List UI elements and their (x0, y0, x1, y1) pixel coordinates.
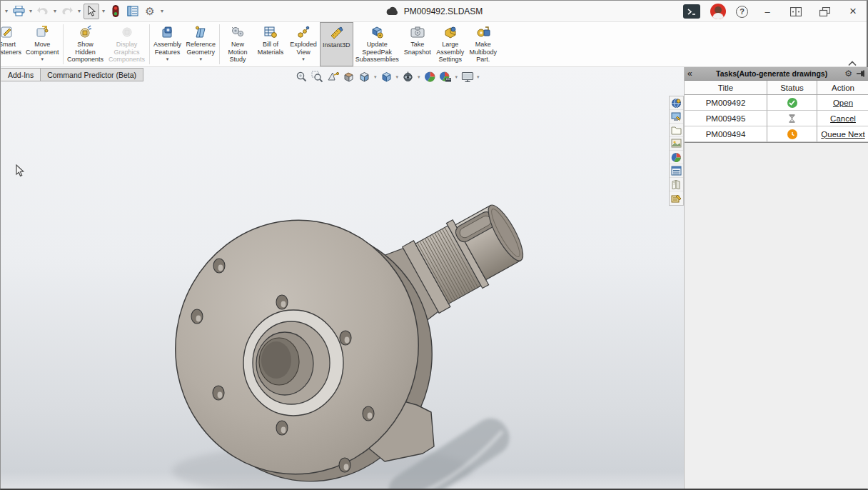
exploded-view-icon (296, 24, 311, 40)
ribbon-button-move-component[interactable]: Move Component ▾ (24, 22, 61, 66)
ribbon-button-smart-fasteners[interactable]: Smart Fasteners (1, 22, 24, 66)
tab-add-ins[interactable]: Add-Ins (1, 68, 41, 81)
redo-caret[interactable]: ▾ (76, 8, 82, 14)
layout-button[interactable] (787, 4, 805, 19)
resources-icon[interactable] (670, 96, 683, 110)
view-palette-icon[interactable] (670, 137, 683, 151)
ribbon-button-large-assembly-settings[interactable]: Large Assembly Settings (434, 22, 467, 66)
task-row-title: PM009495 (685, 111, 767, 126)
minimize-button[interactable]: – (758, 4, 777, 19)
ribbon-button-show-hidden-components[interactable]: Show Hidden Components (65, 22, 106, 66)
custom-properties-icon[interactable] (670, 164, 683, 178)
assembly-features-icon (161, 24, 175, 40)
property-list-icon (127, 6, 138, 16)
restore-button[interactable] (815, 4, 834, 19)
file-explorer-folder-icon[interactable] (670, 124, 683, 137)
status-queued-clock-icon (787, 129, 797, 139)
ribbon-button-label: Instant3D (323, 41, 350, 49)
ribbon-button-new-motion-study[interactable]: New Motion Study (221, 22, 254, 66)
gear-icon: ⚙ (145, 5, 154, 18)
document-library-icon[interactable] (670, 178, 683, 191)
print-button[interactable] (11, 4, 26, 19)
appearances-scenes-icon[interactable] (670, 151, 683, 164)
chevron-down-icon[interactable]: ▾ (166, 56, 169, 62)
ribbon-button-exploded-view[interactable]: Exploded View ▾ (287, 22, 320, 66)
redo-button[interactable] (59, 4, 75, 19)
collapse-panel-button[interactable]: « (687, 69, 699, 79)
select-tool-button[interactable] (84, 4, 99, 19)
ribbon-button-update-speedpak-subassemblies[interactable]: Update SpeedPak Subassemblies (353, 22, 401, 66)
ribbon-separator (219, 24, 220, 64)
task-action-queue-next[interactable]: Queue Next (821, 130, 864, 139)
tasks-panel-header: « Tasks(Auto-generate drawings) ⚙ (685, 67, 868, 81)
show-hidden-components-icon (79, 24, 93, 40)
tasks-table: Title Status Action PM009492 Open PM0094… (685, 81, 868, 143)
large-assembly-settings-icon (443, 24, 458, 40)
select-tool-caret[interactable]: ▾ (101, 8, 106, 14)
tasks-col-status: Status (767, 81, 817, 95)
ribbon-button-label: Assembly Features (153, 41, 181, 56)
graphics-viewport[interactable]: ▾ ▾ ▾ ▾ ▾ (1, 67, 685, 489)
task-row-status (767, 126, 817, 142)
tab-command-predictor[interactable]: Command Predictor (Beta) (41, 68, 143, 81)
tasks-panel: « Tasks(Auto-generate drawings) ⚙ Title … (684, 67, 868, 489)
help-button[interactable]: ? (736, 6, 748, 18)
ribbon-separator (149, 24, 150, 64)
ribbon-button-reference-geometry[interactable]: Reference Geometry ▾ (184, 22, 218, 66)
rebuild-button[interactable] (108, 4, 123, 19)
chevron-down-icon[interactable]: ▾ (200, 56, 203, 62)
chevron-down-icon[interactable]: ▾ (302, 56, 305, 62)
display-graphics-components-icon (120, 24, 134, 40)
tasks-col-action: Action (817, 81, 868, 95)
task-action-cancel[interactable]: Cancel (830, 114, 856, 123)
user-avatar[interactable] (710, 4, 726, 19)
design-library-icon[interactable] (670, 110, 683, 124)
cam-tools-icon[interactable] (670, 191, 683, 205)
terminal-icon[interactable] (683, 4, 700, 19)
ribbon-button-label: Update SpeedPak Subassemblies (355, 41, 399, 64)
title-bar: ▾ ▾ ▾ ▾ (1, 1, 867, 22)
ribbon-collapse-button[interactable] (848, 56, 857, 69)
ribbon-button-bill-of-materials[interactable]: Bill of Materials (254, 22, 287, 66)
smart-fasteners-icon (1, 24, 14, 40)
tasks-col-title: Title (685, 81, 767, 95)
ribbon-button-take-snapshot[interactable]: Take Snapshot (401, 22, 434, 66)
settings-button[interactable]: ⚙ (142, 4, 158, 19)
ribbon-button-label: Move Component (26, 41, 59, 56)
ribbon-button-label: Large Assembly Settings (436, 41, 464, 64)
ribbon-button-label: Bill of Materials (258, 41, 284, 56)
chevron-down-icon[interactable]: ▾ (41, 56, 44, 62)
ribbon-button-display-graphics-components[interactable]: Display Graphics Components (106, 22, 148, 66)
new-motion-study-icon (230, 24, 246, 40)
document-title: PM009492.SLDASM (404, 6, 483, 16)
ribbon-button-label: Exploded View (290, 41, 317, 56)
status-pending-hourglass-icon (789, 114, 795, 123)
ribbon-button-label: Take Snapshot (404, 41, 431, 56)
undo-caret[interactable]: ▾ (52, 8, 58, 14)
ribbon-button-label: Make Multibody Part. (469, 41, 497, 64)
print-caret[interactable]: ▾ (28, 8, 34, 14)
traffic-light-icon (112, 5, 119, 17)
ribbon-button-label: New Motion Study (228, 41, 248, 64)
task-action-open[interactable]: Open (833, 99, 853, 107)
ribbon-button-instant3d[interactable]: Instant3D (320, 22, 353, 66)
quick-access-toolbar: ▾ ▾ ▾ ▾ (1, 4, 165, 19)
qat-dropdown-caret[interactable]: ▾ (4, 8, 9, 14)
reference-geometry-icon (193, 24, 208, 40)
panel-gear-icon[interactable]: ⚙ (844, 69, 852, 79)
options-list-button[interactable] (125, 4, 141, 19)
print-icon (13, 6, 25, 16)
app-window: ▾ ▾ ▾ ▾ (0, 0, 868, 490)
ribbon-button-label: Smart Fasteners (1, 41, 21, 56)
chevron-up-icon (848, 61, 857, 66)
undo-button[interactable] (35, 4, 51, 19)
settings-caret[interactable]: ▾ (159, 8, 165, 14)
ribbon-button-label: Show Hidden Components (67, 41, 104, 64)
ribbon-button-assembly-features[interactable]: Assembly Features ▾ (151, 22, 184, 66)
model-3d-flanged-shaft[interactable] (1, 67, 685, 489)
pin-icon[interactable] (857, 70, 866, 77)
command-manager-ribbon: Smart Fasteners Move Component ▾ Show Hi… (1, 22, 867, 67)
close-button[interactable]: × (844, 4, 862, 19)
task-row-title: PM009494 (685, 126, 767, 142)
ribbon-button-make-multibody-part[interactable]: Make Multibody Part. (467, 22, 500, 66)
